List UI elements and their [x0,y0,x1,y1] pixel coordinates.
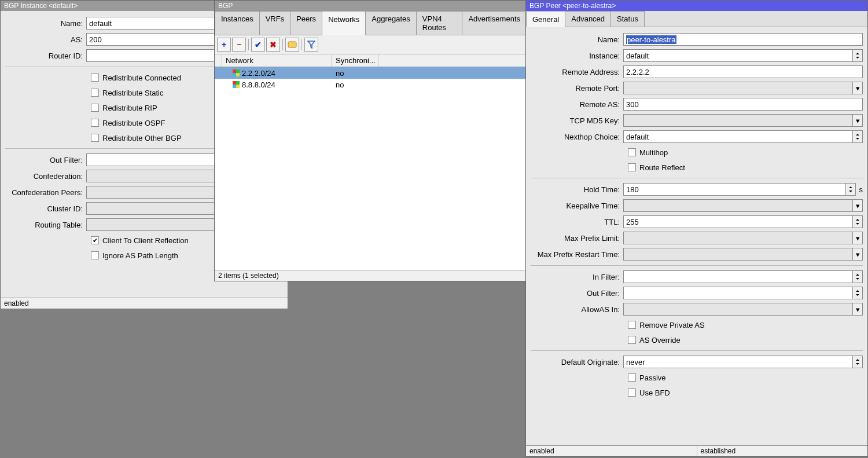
checkbox-multihop[interactable] [628,148,636,156]
dropdown-in-filter[interactable] [852,270,863,283]
suffix-hold: s [859,185,863,194]
input-remote-port[interactable] [623,82,852,94]
checkbox-redist-rip[interactable] [91,104,99,112]
label-out-filter: Out Filter: [5,156,86,164]
checkbox-passive[interactable] [628,373,636,382]
tab-instances[interactable]: Instances [215,11,260,35]
input-peer-name[interactable]: peer-to-alestra [623,33,863,46]
input-out-filter2[interactable] [623,287,852,299]
label-hold: Hold Time: [531,185,623,194]
checkbox-redist-connected[interactable] [91,74,99,82]
label-use-bfd: Use BFD [639,389,670,397]
dropdown-keepalive[interactable]: ▾ [852,199,863,212]
label-in-filter: In Filter: [531,273,623,281]
label-instance: Instance: [531,52,623,60]
input-nexthop[interactable]: default [623,130,852,143]
input-tcp-md5[interactable] [623,114,852,127]
label-max-prefix: Max Prefix Limit: [531,234,623,243]
checkbox-client-reflection[interactable]: ✔ [91,236,99,244]
dropdown-tcp-md5[interactable]: ▾ [852,114,863,127]
input-remote-addr[interactable]: 2.2.2.2 [623,65,863,78]
dropdown-nexthop[interactable] [852,130,863,143]
label-as: AS: [5,35,86,44]
input-in-filter[interactable] [623,270,852,283]
dropdown-max-prefix-rt[interactable]: ▾ [852,248,863,261]
input-default-orig[interactable]: never [623,356,852,368]
tab-peers[interactable]: Peers [290,11,322,35]
peer-tab-advanced[interactable]: Advanced [565,11,611,27]
dropdown-default-orig[interactable] [852,356,863,368]
checkbox-remove-private[interactable] [628,321,636,329]
tab-vpn4-routes[interactable]: VPN4 Routes [416,11,463,35]
label-remote-port: Remote Port: [531,84,623,93]
label-nexthop: Nexthop Choice: [531,133,623,141]
label-redist-ospf: Redistribute OSPF [102,119,165,127]
remove-button[interactable]: − [232,38,246,52]
add-button[interactable]: + [217,38,231,52]
label-as-override: AS Override [639,336,681,345]
peer-tab-status[interactable]: Status [610,11,645,27]
input-max-prefix[interactable] [623,232,852,244]
checkbox-redist-ospf[interactable] [91,119,99,127]
dropdown-remote-port[interactable]: ▾ [852,82,863,94]
checkbox-redist-static[interactable] [91,89,99,97]
network-grid[interactable]: 2.2.2.0/24no8.8.8.0/24no [215,67,526,270]
checkbox-ignore-as-path[interactable] [91,251,99,259]
label-routing-table: Routing Table: [5,221,86,229]
checkbox-as-override[interactable] [628,336,636,344]
label-out-filter2: Out Filter: [531,289,623,298]
label-name: Name: [5,19,86,28]
checkbox-redist-other[interactable] [91,134,99,142]
network-icon [233,69,240,76]
input-ttl[interactable]: 255 [623,215,852,228]
dropdown-out-filter2[interactable] [852,287,863,299]
filter-button[interactable] [304,38,318,52]
label-ignore-as-path: Ignore AS Path Length [102,251,178,260]
label-redist-connected: Redistribute Connected [102,74,181,82]
label-redist-other: Redistribute Other BGP [102,134,182,142]
label-tcp-md5: TCP MD5 Key: [531,116,623,125]
tab-vrfs[interactable]: VRFs [259,11,291,35]
dropdown-max-prefix[interactable]: ▾ [852,232,863,244]
cell-network: 8.8.8.0/24 [242,80,275,89]
input-allowas[interactable] [623,303,852,316]
table-row[interactable]: 8.8.8.0/24no [215,79,526,90]
label-client-reflection: Client To Client Reflection [102,236,189,245]
label-remote-addr: Remote Address: [531,68,623,76]
cell-sync: no [332,69,378,78]
label-redist-static: Redistribute Static [102,89,164,97]
peer-tabs: GeneralAdvancedStatus [526,11,867,27]
status-peer-enabled: enabled [526,446,697,456]
enable-button[interactable]: ✔ [251,38,265,52]
label-router-id: Router ID: [5,52,86,60]
input-instance[interactable]: default [623,49,852,62]
dropdown-allowas[interactable]: ▾ [852,303,863,316]
input-remote-as[interactable]: 300 [623,98,863,111]
checkbox-use-bfd[interactable] [628,389,636,397]
disable-button[interactable]: ✖ [266,38,280,52]
checkbox-route-reflect[interactable] [628,163,636,171]
status-bgp-instance: enabled [1,298,32,309]
bgp-tabs: InstancesVRFsPeersNetworksAggregatesVPN4… [215,11,526,35]
input-keepalive[interactable] [623,199,852,212]
input-hold[interactable]: 180 [623,183,845,196]
dropdown-ttl[interactable] [852,215,863,228]
tab-aggregates[interactable]: Aggregates [365,11,417,35]
label-multihop: Multihop [639,148,668,157]
table-row[interactable]: 2.2.2.0/24no [215,67,526,79]
cell-network: 2.2.2.0/24 [242,69,275,78]
peer-tab-general[interactable]: General [526,12,565,27]
label-confed: Confederation: [5,172,86,181]
tab-advertisements[interactable]: Advertisements [462,11,526,35]
window-title-bgp-peer: BGP Peer <peer-to-alestra> [526,1,867,11]
tab-networks[interactable]: Networks [322,12,366,35]
col-sync[interactable]: Synchroni... [332,54,378,67]
input-max-prefix-rt[interactable] [623,248,852,261]
dropdown-hold[interactable] [845,183,856,196]
network-icon [233,81,240,88]
cell-sync: no [332,80,378,89]
label-cluster-id: Cluster ID: [5,204,86,213]
dropdown-instance[interactable] [852,49,863,62]
col-network[interactable]: Network [222,54,332,67]
comment-button[interactable] [285,38,299,52]
